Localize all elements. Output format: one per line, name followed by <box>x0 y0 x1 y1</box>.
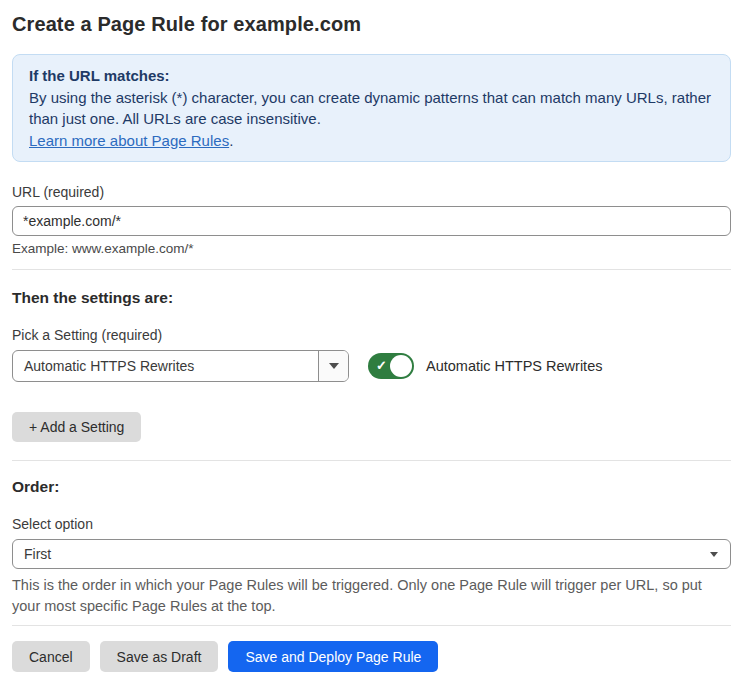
toggle-knob <box>390 355 412 377</box>
caret-down-icon <box>710 552 718 557</box>
settings-heading: Then the settings are: <box>12 288 731 307</box>
url-helper-text: Example: www.example.com/* <box>12 241 731 257</box>
url-input[interactable] <box>12 206 731 236</box>
url-matches-info-box: If the URL matches: By using the asteris… <box>12 54 731 162</box>
save-as-draft-button[interactable]: Save as Draft <box>100 641 219 672</box>
order-select-value: First <box>24 546 51 562</box>
order-select[interactable]: First <box>12 539 731 569</box>
order-heading: Order: <box>12 477 731 496</box>
url-label: URL (required) <box>12 184 731 200</box>
pick-setting-label: Pick a Setting (required) <box>12 327 731 343</box>
divider <box>12 269 731 270</box>
order-help-text: This is the order in which your Page Rul… <box>12 575 731 617</box>
toggle-label: Automatic HTTPS Rewrites <box>426 358 602 374</box>
setting-select-value: Automatic HTTPS Rewrites <box>13 351 318 381</box>
save-and-deploy-button[interactable]: Save and Deploy Page Rule <box>228 641 438 672</box>
info-box-heading: If the URL matches: <box>29 65 714 87</box>
add-setting-button[interactable]: + Add a Setting <box>12 412 141 442</box>
setting-row: Automatic HTTPS Rewrites ✓ Automatic HTT… <box>12 350 731 382</box>
select-option-label: Select option <box>12 516 731 532</box>
divider <box>12 625 731 626</box>
learn-more-link[interactable]: Learn more about Page Rules <box>29 132 229 149</box>
info-box-link-line: Learn more about Page Rules. <box>29 130 714 152</box>
check-icon: ✓ <box>376 359 387 372</box>
setting-select-dropdown-button[interactable] <box>318 351 348 381</box>
link-suffix: . <box>229 132 233 149</box>
automatic-https-rewrites-toggle[interactable]: ✓ <box>368 353 414 379</box>
cancel-button[interactable]: Cancel <box>12 641 90 672</box>
page-title: Create a Page Rule for example.com <box>12 12 731 36</box>
info-box-body: By using the asterisk (*) character, you… <box>29 87 714 130</box>
caret-down-icon <box>329 363 339 369</box>
divider <box>12 460 731 461</box>
setting-select[interactable]: Automatic HTTPS Rewrites <box>12 350 349 382</box>
footer-button-row: Cancel Save as Draft Save and Deploy Pag… <box>12 641 731 672</box>
